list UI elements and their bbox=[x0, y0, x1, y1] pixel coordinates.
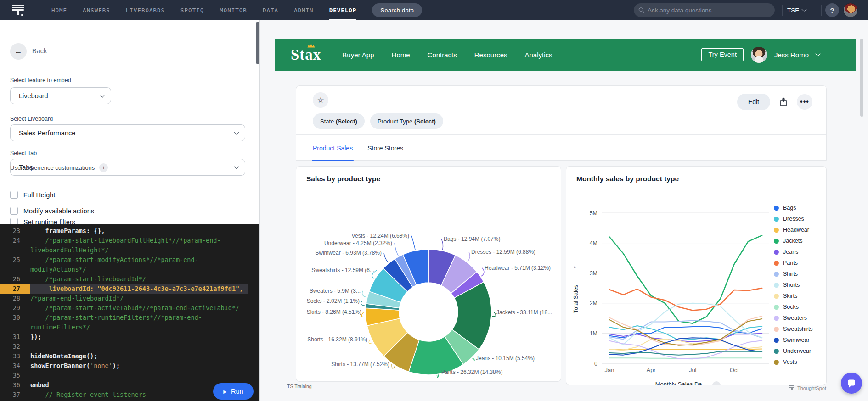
arrow-left-icon: ← bbox=[15, 47, 23, 56]
legend-label: Pants bbox=[783, 260, 798, 266]
feature-label: Select feature to embed bbox=[10, 77, 71, 84]
code-text: frameParams: {}, bbox=[30, 226, 248, 236]
search-data-button[interactable]: Search data bbox=[372, 3, 422, 17]
legend-label: Swimwear bbox=[783, 337, 810, 343]
slice-label-skirts: Skirts - 8.26M (4.51%) bbox=[307, 309, 361, 315]
legend-label: Jeans bbox=[783, 249, 798, 255]
y-tick: 4M bbox=[590, 240, 597, 246]
filter-chip-product-type[interactable]: Product Type (Select) bbox=[370, 113, 443, 129]
author-text: TS Training bbox=[287, 384, 312, 389]
org-switcher[interactable]: TSE bbox=[787, 0, 806, 20]
nav-item-data[interactable]: DATA bbox=[263, 0, 278, 20]
legend-item-shorts[interactable]: Shorts bbox=[774, 279, 813, 290]
legend-item-sweaters[interactable]: Sweaters bbox=[774, 312, 813, 323]
ask-search-box[interactable] bbox=[634, 3, 775, 17]
stax-link-analytics[interactable]: Analytics bbox=[524, 51, 552, 59]
line-series-jeans[interactable] bbox=[609, 333, 762, 341]
slice-label-shirts: Shirts - 13.77M (7.52%) bbox=[331, 361, 389, 368]
tab-store-stores[interactable]: Store Stores bbox=[367, 135, 403, 161]
nav-item-monitor[interactable]: MONITOR bbox=[220, 0, 247, 20]
checkbox-row-modify-available-actions: Modify available actions bbox=[10, 207, 94, 215]
legend-label: Shirts bbox=[783, 271, 798, 277]
checkbox[interactable] bbox=[10, 207, 18, 215]
nav-divider bbox=[782, 5, 783, 16]
stax-link-resources[interactable]: Resources bbox=[474, 51, 507, 59]
legend-item-socks[interactable]: Socks bbox=[774, 301, 813, 312]
legend-item-headwear[interactable]: Headwear bbox=[774, 224, 813, 235]
donut-chart[interactable]: Bags - 12.94M (7.07%)Dresses - 12.59M (6… bbox=[296, 167, 561, 382]
checkbox[interactable] bbox=[10, 191, 18, 199]
help-button[interactable]: ? bbox=[825, 3, 839, 17]
share-button[interactable] bbox=[777, 95, 790, 109]
nav-item-answers[interactable]: ANSWERS bbox=[83, 0, 110, 20]
legend-item-underwear[interactable]: Underwear bbox=[774, 345, 813, 356]
nav-item-liveboards[interactable]: LIVEBOARDS bbox=[126, 0, 165, 20]
nav-item-develop[interactable]: DEVELOP bbox=[329, 0, 357, 20]
try-event-button[interactable]: Try Event bbox=[701, 48, 744, 61]
legend-item-dresses[interactable]: Dresses bbox=[774, 213, 813, 224]
nav-item-spotiq[interactable]: SPOTIQ bbox=[180, 0, 204, 20]
chevron-down-icon bbox=[234, 129, 239, 134]
y-tick: 0 bbox=[594, 361, 597, 367]
line-number: 37 bbox=[0, 390, 30, 400]
stax-app-header: Stax Buyer AppHomeContractsResourcesAnal… bbox=[275, 39, 856, 71]
line-number: 29 bbox=[0, 303, 30, 313]
line-series-pants[interactable] bbox=[609, 288, 762, 311]
legend-item-jeans[interactable]: Jeans bbox=[774, 246, 813, 257]
legend-item-skirts[interactable]: Skirts bbox=[774, 290, 813, 301]
user-avatar[interactable] bbox=[843, 3, 858, 17]
chat-widget-button[interactable] bbox=[841, 373, 862, 394]
stax-logo[interactable]: Stax bbox=[291, 46, 321, 63]
filter-chip-state[interactable]: State (Select) bbox=[313, 113, 365, 129]
legend-item-jackets[interactable]: Jackets bbox=[774, 235, 813, 246]
chevron-down-icon[interactable] bbox=[815, 51, 820, 56]
line-number: 25 bbox=[0, 255, 30, 274]
thoughtspot-logo-icon[interactable] bbox=[12, 4, 26, 17]
nav-item-home[interactable]: HOME bbox=[51, 0, 67, 20]
edit-button[interactable]: Edit bbox=[737, 94, 770, 110]
back-button[interactable]: ← bbox=[10, 43, 27, 60]
legend-item-vests[interactable]: Vests bbox=[774, 356, 813, 368]
chart-legend: BagsDressesHeadwearJacketsJeansPantsShir… bbox=[774, 202, 813, 368]
code-text bbox=[30, 342, 248, 351]
top-navigation: HOMEANSWERSLIVEBOARDSSPOTIQMONITORDATAAD… bbox=[0, 0, 868, 20]
jess-romo-avatar[interactable] bbox=[751, 47, 767, 63]
favorite-button[interactable]: ☆ bbox=[313, 92, 328, 108]
scrollbar-thumb[interactable] bbox=[860, 39, 863, 117]
run-button[interactable]: ▶ Run bbox=[213, 383, 254, 400]
info-icon[interactable]: i bbox=[99, 163, 108, 172]
panel-scrollbar[interactable] bbox=[256, 22, 259, 64]
legend-item-sweatshirts[interactable]: Sweatshirts bbox=[774, 323, 813, 334]
legend-item-pants[interactable]: Pants bbox=[774, 257, 813, 268]
liveboard-select[interactable]: Sales Performance bbox=[10, 124, 245, 141]
stax-nav: Buyer AppHomeContractsResourcesAnalytics bbox=[342, 51, 552, 59]
chart-title: Monthly sales by product type bbox=[576, 175, 679, 183]
legend-dot bbox=[774, 327, 779, 332]
legend-dot bbox=[774, 294, 779, 299]
more-actions-button[interactable]: ••• bbox=[797, 94, 812, 110]
star-icon: ☆ bbox=[317, 95, 324, 105]
ask-search-input[interactable] bbox=[648, 7, 770, 14]
stax-link-home[interactable]: Home bbox=[392, 51, 410, 59]
code-editor[interactable]: 23 frameParams: {},24 /*param-start-live… bbox=[0, 224, 259, 401]
y-tick: 1M bbox=[590, 330, 597, 337]
stax-link-buyer-app[interactable]: Buyer App bbox=[342, 51, 374, 59]
line-number: 32 bbox=[0, 342, 30, 351]
stax-link-contracts[interactable]: Contracts bbox=[428, 51, 457, 59]
line-number: 35 bbox=[0, 371, 30, 380]
x-tick-jul: Jul bbox=[689, 367, 697, 373]
nav-divider bbox=[821, 5, 822, 16]
feature-select[interactable]: Liveboard bbox=[10, 87, 111, 104]
share-icon bbox=[779, 97, 788, 106]
nav-item-admin[interactable]: ADMIN bbox=[294, 0, 314, 20]
legend-item-shirts[interactable]: Shirts bbox=[774, 268, 813, 279]
thoughtspot-watermark-icon bbox=[789, 385, 795, 391]
legend-label: Headwear bbox=[783, 227, 809, 233]
tab-product-sales[interactable]: Product Sales bbox=[313, 135, 353, 161]
legend-item-swimwear[interactable]: Swimwear bbox=[774, 334, 813, 345]
legend-item-bags[interactable]: Bags bbox=[774, 202, 813, 213]
line-series-jackets[interactable] bbox=[609, 235, 762, 323]
code-line-29: 29 /*param-start-activeTabId*//​*param-e… bbox=[0, 303, 259, 313]
preview-scrollbar[interactable] bbox=[860, 22, 864, 399]
line-series-headwear[interactable] bbox=[609, 349, 762, 350]
